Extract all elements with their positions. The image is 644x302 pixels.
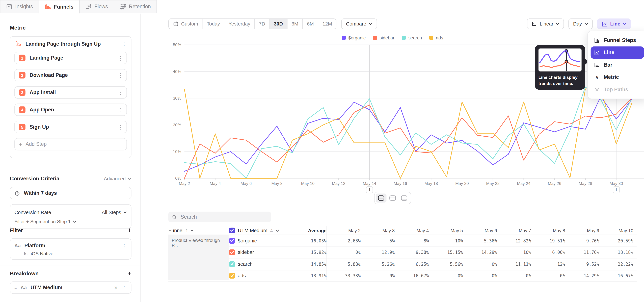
divider [326, 226, 327, 280]
menu-item-funnel-steps[interactable]: Funnel Steps [591, 34, 644, 46]
search-icon [172, 214, 177, 220]
range-6m[interactable]: 6M [302, 19, 318, 29]
date-column-header: May 3 [360, 228, 394, 233]
breakdown-column-header[interactable]: UTM Medium 4 [229, 228, 291, 233]
date-column-header: May 2 [326, 228, 360, 233]
menu-item-line[interactable]: Line [591, 46, 644, 59]
layout-table-only-button[interactable] [399, 194, 410, 202]
conversion-rate-dropdown[interactable]: All Steps [102, 210, 127, 215]
cell-value: 5.56% [429, 262, 463, 266]
tab-flows[interactable]: Flows [79, 0, 114, 13]
series-checkbox[interactable] [229, 250, 235, 255]
average-value: 15.92% [291, 250, 326, 255]
date-column-header: May 5 [429, 228, 463, 233]
add-filter-button[interactable]: + [128, 226, 132, 234]
x-axis-tick: May 28 [579, 181, 592, 186]
compare-button[interactable]: Compare [342, 18, 377, 29]
cell-value: 33.33% [326, 273, 360, 278]
add-breakdown-button[interactable]: + [128, 270, 132, 277]
scale-dropdown[interactable]: Linear [527, 18, 564, 29]
cell-value: 10% [497, 250, 531, 255]
advanced-dropdown[interactable]: Advanced [104, 176, 132, 181]
funnel-step-download-page[interactable]: 2Download Page⋮ [14, 69, 127, 81]
series-line-ads[interactable] [184, 89, 632, 178]
series-checkbox[interactable] [229, 273, 235, 279]
menu-item-metric[interactable]: #Metric [591, 71, 644, 84]
date-column-header: May 7 [497, 228, 531, 233]
add-step-button[interactable]: + Add Step [14, 138, 127, 150]
menu-item-bar[interactable]: Bar [591, 59, 644, 71]
series-checkbox[interactable] [229, 261, 235, 267]
cell-value: 0% [429, 273, 463, 278]
range-today[interactable]: Today [202, 19, 224, 29]
select-all-checkbox[interactable] [229, 228, 235, 233]
tab-funnels[interactable]: Funnels [38, 0, 80, 14]
chevron-down-icon [368, 23, 372, 25]
filter-value[interactable]: iOS Native [31, 251, 54, 256]
step-kebab-icon[interactable]: ⋮ [118, 124, 123, 130]
conversion-window-card[interactable]: Within 7 days [10, 187, 132, 199]
series-line-search[interactable] [184, 87, 632, 178]
chevron-down-icon [623, 23, 626, 25]
range-30d[interactable]: 30D [269, 19, 287, 29]
funnel-metric-icon [15, 40, 22, 47]
cell-value: 6.06% [531, 250, 565, 255]
funnel-step-landing-page[interactable]: 1Landing Page⋮ [14, 52, 127, 64]
plus-icon: + [19, 141, 22, 148]
interval-dropdown[interactable]: Day [568, 18, 592, 29]
range-custom[interactable]: Custom [169, 19, 202, 29]
search-input[interactable] [180, 214, 267, 220]
date-column-header: May 10 [599, 228, 633, 233]
step-kebab-icon[interactable]: ⋮ [118, 55, 123, 60]
average-value: 13.91% [291, 273, 326, 278]
range-12m[interactable]: 12M [318, 19, 336, 29]
breakdown-card[interactable]: ≡ Aa UTM Medium ✕ ⋮ [10, 282, 132, 294]
table-header-row: Funnel 1 UTM Medium 4 Average May 2May 3… [168, 226, 636, 235]
line-chart-preview [538, 48, 582, 72]
funnel-step-app-install[interactable]: 3App Install⋮ [14, 86, 127, 98]
tab-insights[interactable]: Insights [0, 0, 39, 13]
x-axis-tick: May 20 [455, 181, 469, 186]
table-body: $organic16.03%2.63%5%8%10%5.36%12.82%19.… [168, 235, 636, 282]
remove-breakdown-icon[interactable]: ✕ [114, 285, 118, 290]
x-axis-tick: May 2 [179, 181, 190, 186]
series-name: ads [238, 273, 246, 279]
layout-chart-only-button[interactable] [387, 194, 398, 202]
step-kebab-icon[interactable]: ⋮ [118, 72, 123, 78]
cell-value: 14.29% [463, 250, 497, 255]
cell-value: 12.9% [360, 250, 394, 255]
chevron-down-icon [73, 220, 76, 223]
tab-retention[interactable]: Retention [114, 0, 157, 13]
series-line-organic[interactable] [184, 96, 632, 171]
cell-value: 20.59% [599, 238, 633, 243]
series-checkbox[interactable] [229, 238, 235, 244]
filter-kebab-icon[interactable]: ⋮ [122, 243, 127, 248]
layout-split-view-button[interactable] [376, 194, 386, 202]
cell-value: 12.82% [497, 238, 531, 243]
date-range-segmented-control: CustomTodayYesterday7D30D3M6M12M [168, 18, 336, 29]
breakdown-kebab-icon[interactable]: ⋮ [122, 285, 127, 290]
x-axis-tick: May 24 [517, 181, 530, 186]
svg-text:1: 1 [368, 188, 371, 192]
metric-kebab-icon[interactable]: ⋮ [122, 41, 127, 46]
range-yesterday[interactable]: Yesterday [224, 19, 254, 29]
chart-type-tooltip: Line charts display trends over time. [535, 45, 585, 90]
filter-card[interactable]: Aa Platform ⋮ Is iOS Native [10, 238, 132, 260]
average-column-header: Average [291, 228, 326, 233]
x-axis-tick: May 6 [240, 181, 252, 186]
cell-value: 16.67% [599, 273, 633, 278]
range-7d[interactable]: 7D [254, 19, 269, 29]
funnel-name-cell[interactable]: Product Viewed through P... [168, 235, 229, 280]
step-kebab-icon[interactable]: ⋮ [118, 90, 123, 95]
filter-segment-dropdown[interactable]: Filter + Segment on Step 1 [14, 217, 127, 226]
step-kebab-icon[interactable]: ⋮ [118, 107, 123, 112]
funnel-column-header[interactable]: Funnel 1 [168, 228, 229, 233]
drag-handle-icon[interactable]: ≡ [14, 286, 17, 290]
chart-type-dropdown[interactable]: Line [597, 18, 631, 29]
funnels-analysis-app: InsightsFunnelsFlowsRetention Metric Lan… [0, 0, 644, 302]
funnel-step-app-open[interactable]: 4App Open⋮ [14, 104, 127, 116]
filter-operator[interactable]: Is [24, 251, 28, 256]
range-3m[interactable]: 3M [287, 19, 302, 29]
table-search[interactable] [168, 212, 271, 222]
funnel-step-sign-up[interactable]: 5Sign Up⋮ [14, 121, 127, 133]
